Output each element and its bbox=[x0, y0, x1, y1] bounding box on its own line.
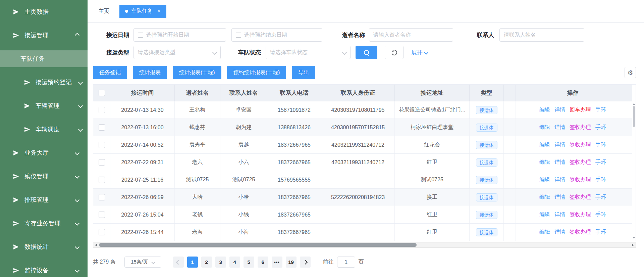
more-pages-button[interactable]: ••• bbox=[272, 257, 282, 268]
action-link-blue[interactable]: 编辑 bbox=[539, 159, 550, 166]
prev-page-button[interactable] bbox=[173, 257, 184, 268]
action-link-blue[interactable]: 详情 bbox=[554, 124, 565, 131]
action-link-purple[interactable]: 签收办理 bbox=[570, 159, 591, 166]
row-checkbox[interactable] bbox=[99, 124, 105, 131]
action-link-blue[interactable]: 手环 bbox=[595, 124, 606, 131]
action-link-blue[interactable]: 手环 bbox=[595, 229, 606, 236]
action-link-blue[interactable]: 手环 bbox=[595, 211, 606, 218]
cell-actions: 编辑详情签收办理手环 bbox=[516, 224, 630, 241]
send-icon bbox=[12, 243, 19, 250]
action-link-blue[interactable]: 编辑 bbox=[539, 141, 550, 148]
pickup-type-select[interactable]: 请选择接运类型 bbox=[133, 46, 221, 59]
action-link-blue[interactable]: 编辑 bbox=[539, 176, 550, 183]
row-checkbox[interactable] bbox=[99, 159, 105, 166]
column-header: 接运时间 bbox=[110, 85, 175, 101]
action-link-blue[interactable]: 编辑 bbox=[539, 106, 550, 113]
row-checkbox[interactable] bbox=[99, 194, 105, 200]
row-checkbox[interactable] bbox=[99, 229, 105, 235]
date-end-input[interactable] bbox=[231, 28, 322, 42]
action-link-purple[interactable]: 签收办理 bbox=[570, 229, 591, 236]
toolbar-button-2[interactable]: 统计报表 bbox=[133, 66, 167, 79]
row-checkbox[interactable] bbox=[99, 142, 105, 148]
action-link-blue[interactable]: 详情 bbox=[554, 159, 565, 166]
action-link-blue[interactable]: 详情 bbox=[554, 229, 565, 236]
page-button-1[interactable]: 1 bbox=[187, 257, 198, 268]
sidebar-item-3[interactable]: 车队任务 bbox=[0, 50, 88, 67]
page-button-4[interactable]: 4 bbox=[229, 257, 240, 268]
refresh-button[interactable] bbox=[385, 46, 404, 59]
action-link-blue[interactable]: 编辑 bbox=[539, 211, 550, 218]
horizontal-scrollbar[interactable] bbox=[93, 242, 636, 248]
date-start-input[interactable] bbox=[133, 28, 226, 42]
column-settings-button[interactable]: ⚙ bbox=[625, 67, 636, 78]
action-link-red[interactable]: 回车办理 bbox=[570, 106, 591, 113]
action-link-purple[interactable]: 签收办理 bbox=[570, 124, 591, 131]
toolbar-button-3[interactable]: 统计报表(十堰) bbox=[173, 66, 221, 79]
vertical-scrollbar[interactable] bbox=[632, 85, 636, 241]
toolbar-button-4[interactable]: 预约统计报表(十堰) bbox=[227, 66, 286, 79]
search-button[interactable] bbox=[356, 46, 377, 59]
action-link-blue[interactable]: 详情 bbox=[554, 211, 565, 218]
next-page-button[interactable] bbox=[300, 257, 311, 268]
goto-page-input[interactable] bbox=[337, 257, 355, 268]
vertical-scrollbar-thumb[interactable] bbox=[633, 106, 635, 127]
action-link-blue[interactable]: 详情 bbox=[554, 194, 565, 201]
page-size-select[interactable]: 15条/页 bbox=[124, 257, 161, 268]
action-link-blue[interactable]: 手环 bbox=[595, 106, 606, 113]
sidebar-item-12[interactable]: 监控设备 bbox=[0, 259, 88, 277]
page-button-5[interactable]: 5 bbox=[244, 257, 254, 268]
cell-actions: 编辑详情签收办理手环 bbox=[516, 189, 630, 206]
horizontal-scrollbar-thumb[interactable] bbox=[99, 243, 417, 247]
cell-contact-id bbox=[321, 206, 395, 223]
action-link-blue[interactable]: 手环 bbox=[595, 159, 606, 166]
contact-input[interactable] bbox=[499, 28, 584, 42]
tab-2[interactable]: 车队任务× bbox=[119, 5, 166, 18]
action-link-purple[interactable]: 签收办理 bbox=[570, 141, 591, 148]
page-button-3[interactable]: 3 bbox=[215, 257, 226, 268]
toolbar-buttons: 任务登记统计报表统计报表(十堰)预约统计报表(十堰)导出 bbox=[93, 66, 315, 79]
action-link-blue[interactable]: 详情 bbox=[554, 141, 565, 148]
sidebar-item-8[interactable]: 殡仪管理 bbox=[0, 165, 88, 188]
sidebar-item-6[interactable]: 车辆调度 bbox=[0, 118, 88, 141]
action-link-purple[interactable]: 签收办理 bbox=[570, 176, 591, 183]
scroll-left-arrow-icon[interactable] bbox=[95, 244, 97, 246]
action-link-blue[interactable]: 手环 bbox=[595, 194, 606, 201]
action-link-blue[interactable]: 编辑 bbox=[539, 194, 550, 201]
action-link-blue[interactable]: 详情 bbox=[554, 106, 565, 113]
action-link-blue[interactable]: 手环 bbox=[595, 176, 606, 183]
expand-link[interactable]: 展开 bbox=[411, 49, 428, 56]
action-link-blue[interactable]: 详情 bbox=[554, 176, 565, 183]
sidebar-item-7[interactable]: 业务大厅 bbox=[0, 141, 88, 165]
action-link-blue[interactable]: 编辑 bbox=[539, 229, 550, 236]
fleet-status-select[interactable]: 请选择车队状态 bbox=[266, 46, 351, 59]
sidebar-item-5[interactable]: 车辆管理 bbox=[0, 94, 88, 118]
action-link-purple[interactable]: 签收办理 bbox=[570, 211, 591, 218]
page-button-2[interactable]: 2 bbox=[201, 257, 212, 268]
sidebar-item-4[interactable]: 接运预约登记 bbox=[0, 71, 88, 94]
deceased-name-input[interactable] bbox=[369, 28, 453, 42]
page-button-6[interactable]: 6 bbox=[258, 257, 268, 268]
scroll-right-arrow-icon[interactable] bbox=[632, 244, 634, 246]
toolbar-button-1[interactable]: 任务登记 bbox=[93, 66, 127, 79]
close-icon[interactable]: × bbox=[157, 8, 161, 14]
sidebar-item-2[interactable]: 接运管理 bbox=[0, 24, 88, 47]
deceased-name-label: 逝者名称 bbox=[342, 31, 365, 39]
row-checkbox[interactable] bbox=[99, 212, 105, 218]
action-link-blue[interactable]: 编辑 bbox=[539, 124, 550, 131]
action-link-blue[interactable]: 手环 bbox=[595, 141, 606, 148]
sidebar-item-9[interactable]: 排班管理 bbox=[0, 188, 88, 212]
toolbar-button-5[interactable]: 导出 bbox=[292, 66, 315, 79]
chevron-down-icon bbox=[75, 221, 79, 226]
select-all-checkbox[interactable] bbox=[99, 90, 105, 96]
sidebar-item-11[interactable]: 数据统计 bbox=[0, 235, 88, 259]
action-link-purple[interactable]: 签收办理 bbox=[570, 194, 591, 201]
scroll-up-arrow-icon[interactable] bbox=[633, 103, 635, 105]
tab-1[interactable]: 主页 bbox=[93, 5, 115, 18]
scroll-down-arrow-icon[interactable] bbox=[633, 237, 635, 239]
table-row: 2022-07-26 15:44老海小海18372667965红卫接遗体编辑详情… bbox=[93, 223, 636, 241]
row-checkbox[interactable] bbox=[99, 107, 105, 113]
page-button-19[interactable]: 19 bbox=[286, 257, 297, 268]
row-checkbox[interactable] bbox=[99, 177, 105, 183]
sidebar-item-1[interactable]: 主页数据 bbox=[0, 0, 88, 24]
sidebar-item-10[interactable]: 寄存业务管理 bbox=[0, 212, 88, 235]
